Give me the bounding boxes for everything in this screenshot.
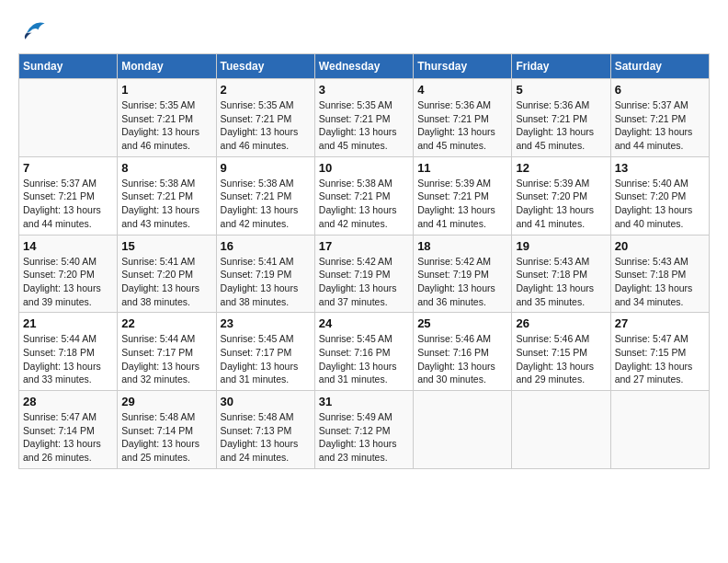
week-row-1: 1Sunrise: 5:35 AM Sunset: 7:21 PM Daylig… <box>19 79 710 157</box>
day-info: Sunrise: 5:36 AM Sunset: 7:21 PM Dayligh… <box>417 98 507 153</box>
day-info: Sunrise: 5:39 AM Sunset: 7:20 PM Dayligh… <box>516 177 606 231</box>
day-info: Sunrise: 5:47 AM Sunset: 7:14 PM Dayligh… <box>23 410 113 465</box>
calendar-cell: 10Sunrise: 5:38 AM Sunset: 7:21 PM Dayli… <box>314 156 413 235</box>
calendar-cell: 31Sunrise: 5:49 AM Sunset: 7:12 PM Dayli… <box>314 391 413 469</box>
calendar-cell: 6Sunrise: 5:37 AM Sunset: 7:21 PM Daylig… <box>610 79 709 157</box>
day-info: Sunrise: 5:40 AM Sunset: 7:20 PM Dayligh… <box>615 177 705 231</box>
day-number: 3 <box>319 83 409 97</box>
calendar-cell: 13Sunrise: 5:40 AM Sunset: 7:20 PM Dayli… <box>610 156 709 235</box>
day-number: 21 <box>23 316 113 330</box>
day-info: Sunrise: 5:43 AM Sunset: 7:18 PM Dayligh… <box>615 255 705 309</box>
calendar-cell: 16Sunrise: 5:41 AM Sunset: 7:19 PM Dayli… <box>216 235 314 313</box>
header <box>18 18 710 44</box>
calendar-cell: 24Sunrise: 5:45 AM Sunset: 7:16 PM Dayli… <box>314 313 413 391</box>
day-number: 11 <box>417 161 507 175</box>
day-info: Sunrise: 5:35 AM Sunset: 7:21 PM Dayligh… <box>221 98 311 153</box>
day-info: Sunrise: 5:35 AM Sunset: 7:21 PM Dayligh… <box>121 98 211 153</box>
day-info: Sunrise: 5:46 AM Sunset: 7:16 PM Dayligh… <box>417 332 507 386</box>
calendar-cell: 21Sunrise: 5:44 AM Sunset: 7:18 PM Dayli… <box>19 313 118 391</box>
week-row-5: 28Sunrise: 5:47 AM Sunset: 7:14 PM Dayli… <box>19 391 710 469</box>
day-number: 20 <box>615 239 705 253</box>
day-number: 2 <box>221 83 311 97</box>
day-info: Sunrise: 5:48 AM Sunset: 7:14 PM Dayligh… <box>121 410 211 465</box>
day-info: Sunrise: 5:43 AM Sunset: 7:18 PM Dayligh… <box>516 255 606 309</box>
day-info: Sunrise: 5:44 AM Sunset: 7:17 PM Dayligh… <box>121 332 211 386</box>
day-info: Sunrise: 5:39 AM Sunset: 7:21 PM Dayligh… <box>417 177 507 231</box>
calendar-cell: 20Sunrise: 5:43 AM Sunset: 7:18 PM Dayli… <box>610 235 709 313</box>
day-info: Sunrise: 5:44 AM Sunset: 7:18 PM Dayligh… <box>23 332 113 386</box>
calendar-cell: 22Sunrise: 5:44 AM Sunset: 7:17 PM Dayli… <box>118 313 216 391</box>
day-info: Sunrise: 5:47 AM Sunset: 7:15 PM Dayligh… <box>615 332 705 386</box>
day-number: 12 <box>516 161 606 175</box>
calendar-cell: 27Sunrise: 5:47 AM Sunset: 7:15 PM Dayli… <box>610 313 709 391</box>
day-info: Sunrise: 5:38 AM Sunset: 7:21 PM Dayligh… <box>221 177 311 231</box>
calendar-cell: 18Sunrise: 5:42 AM Sunset: 7:19 PM Dayli… <box>414 235 512 313</box>
day-number: 15 <box>121 239 211 253</box>
day-number: 25 <box>417 316 507 330</box>
logo <box>18 18 46 44</box>
calendar-cell: 4Sunrise: 5:36 AM Sunset: 7:21 PM Daylig… <box>414 79 512 157</box>
calendar-cell: 1Sunrise: 5:35 AM Sunset: 7:21 PM Daylig… <box>118 79 216 157</box>
day-info: Sunrise: 5:40 AM Sunset: 7:20 PM Dayligh… <box>23 255 113 309</box>
day-info: Sunrise: 5:45 AM Sunset: 7:17 PM Dayligh… <box>221 332 311 386</box>
day-info: Sunrise: 5:38 AM Sunset: 7:21 PM Dayligh… <box>121 177 211 231</box>
calendar-cell <box>414 391 512 469</box>
calendar-cell <box>512 391 610 469</box>
day-number: 28 <box>23 395 113 408</box>
calendar-cell: 17Sunrise: 5:42 AM Sunset: 7:19 PM Dayli… <box>314 235 413 313</box>
day-number: 22 <box>121 316 211 330</box>
col-header-thursday: Thursday <box>414 54 512 79</box>
calendar-cell <box>610 391 709 469</box>
day-info: Sunrise: 5:49 AM Sunset: 7:12 PM Dayligh… <box>319 410 409 465</box>
day-number: 7 <box>23 161 113 175</box>
day-number: 30 <box>221 395 311 408</box>
calendar-header: SundayMondayTuesdayWednesdayThursdayFrid… <box>19 54 710 79</box>
calendar-cell: 19Sunrise: 5:43 AM Sunset: 7:18 PM Dayli… <box>512 235 610 313</box>
day-number: 24 <box>319 316 409 330</box>
day-number: 13 <box>615 161 705 175</box>
day-info: Sunrise: 5:41 AM Sunset: 7:19 PM Dayligh… <box>221 255 311 309</box>
calendar-cell: 3Sunrise: 5:35 AM Sunset: 7:21 PM Daylig… <box>314 79 413 157</box>
day-number: 9 <box>221 161 311 175</box>
day-info: Sunrise: 5:36 AM Sunset: 7:21 PM Dayligh… <box>516 98 606 153</box>
calendar-cell: 29Sunrise: 5:48 AM Sunset: 7:14 PM Dayli… <box>118 391 216 469</box>
day-info: Sunrise: 5:46 AM Sunset: 7:15 PM Dayligh… <box>516 332 606 386</box>
calendar-cell: 30Sunrise: 5:48 AM Sunset: 7:13 PM Dayli… <box>216 391 314 469</box>
day-number: 1 <box>121 83 211 97</box>
col-header-sunday: Sunday <box>19 54 118 79</box>
day-number: 4 <box>417 83 507 97</box>
calendar-cell: 25Sunrise: 5:46 AM Sunset: 7:16 PM Dayli… <box>414 313 512 391</box>
day-number: 6 <box>615 83 705 97</box>
calendar-cell: 15Sunrise: 5:41 AM Sunset: 7:20 PM Dayli… <box>118 235 216 313</box>
day-info: Sunrise: 5:41 AM Sunset: 7:20 PM Dayligh… <box>121 255 211 309</box>
day-number: 27 <box>615 316 705 330</box>
day-info: Sunrise: 5:37 AM Sunset: 7:21 PM Dayligh… <box>615 98 705 153</box>
calendar-cell: 7Sunrise: 5:37 AM Sunset: 7:21 PM Daylig… <box>19 156 118 235</box>
day-number: 18 <box>417 239 507 253</box>
calendar-cell: 14Sunrise: 5:40 AM Sunset: 7:20 PM Dayli… <box>19 235 118 313</box>
day-info: Sunrise: 5:37 AM Sunset: 7:21 PM Dayligh… <box>23 177 113 231</box>
header-row: SundayMondayTuesdayWednesdayThursdayFrid… <box>19 54 710 79</box>
day-number: 31 <box>319 395 409 408</box>
calendar-cell: 12Sunrise: 5:39 AM Sunset: 7:20 PM Dayli… <box>512 156 610 235</box>
col-header-friday: Friday <box>512 54 610 79</box>
logo-bird-icon <box>20 18 46 44</box>
day-number: 14 <box>23 239 113 253</box>
day-number: 19 <box>516 239 606 253</box>
day-info: Sunrise: 5:45 AM Sunset: 7:16 PM Dayligh… <box>319 332 409 386</box>
calendar-cell: 11Sunrise: 5:39 AM Sunset: 7:21 PM Dayli… <box>414 156 512 235</box>
col-header-monday: Monday <box>118 54 216 79</box>
calendar-cell: 28Sunrise: 5:47 AM Sunset: 7:14 PM Dayli… <box>19 391 118 469</box>
calendar-cell <box>19 79 118 157</box>
col-header-tuesday: Tuesday <box>216 54 314 79</box>
day-info: Sunrise: 5:42 AM Sunset: 7:19 PM Dayligh… <box>319 255 409 309</box>
day-info: Sunrise: 5:38 AM Sunset: 7:21 PM Dayligh… <box>319 177 409 231</box>
calendar-table: SundayMondayTuesdayWednesdayThursdayFrid… <box>18 53 710 469</box>
day-number: 16 <box>221 239 311 253</box>
week-row-3: 14Sunrise: 5:40 AM Sunset: 7:20 PM Dayli… <box>19 235 710 313</box>
calendar-cell: 23Sunrise: 5:45 AM Sunset: 7:17 PM Dayli… <box>216 313 314 391</box>
day-number: 5 <box>516 83 606 97</box>
calendar-cell: 5Sunrise: 5:36 AM Sunset: 7:21 PM Daylig… <box>512 79 610 157</box>
day-number: 17 <box>319 239 409 253</box>
day-number: 23 <box>221 316 311 330</box>
